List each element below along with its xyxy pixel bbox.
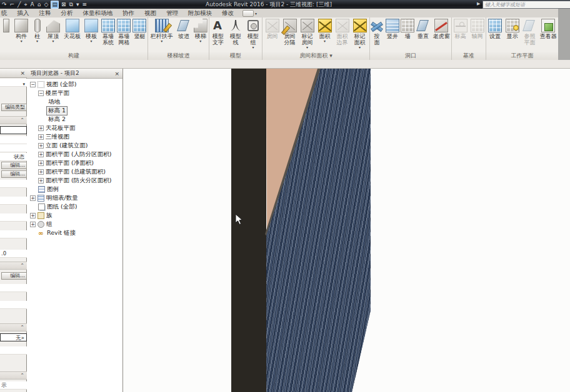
tree-item-level-2[interactable]: 标高 2 — [27, 115, 122, 124]
tab-view[interactable]: 视图 — [139, 9, 161, 17]
expand-toggle[interactable]: + — [38, 178, 44, 184]
edit-button-1[interactable]: 编辑... — [1, 162, 27, 169]
tree-item-elevations[interactable]: + 立面 (建筑立面) — [27, 141, 122, 150]
palette-row[interactable] — [0, 144, 27, 152]
default-3d-view-icon[interactable]: ⌂ — [37, 1, 42, 8]
palette-row[interactable] — [0, 136, 27, 144]
curtain-grid-button[interactable]: 幕墙 网格 — [117, 19, 131, 46]
palette-row[interactable] — [0, 230, 27, 238]
palette-row[interactable] — [0, 180, 27, 188]
tree-item-floor-plans[interactable]: − 楼层平面 — [27, 89, 122, 97]
tab-insert[interactable]: 插入 — [12, 9, 34, 17]
tag-icon[interactable]: ⌖ — [24, 1, 28, 8]
expand-toggle[interactable]: + — [38, 125, 44, 131]
dormer-opening-button[interactable]: 老虎窗 — [432, 19, 451, 39]
tree-item-revit-links[interactable]: ∞ Revit 链接 — [27, 228, 122, 237]
floor-button[interactable]: 楼板▾ — [83, 19, 100, 43]
qat-caret-icon[interactable]: ▾ — [76, 1, 80, 8]
tree-item-area-plan-renfang[interactable]: + 面积平面 (人防分区面积) — [27, 150, 122, 159]
tab-annotate[interactable]: 注释 — [34, 9, 56, 17]
tree-item-area-plan-fire[interactable]: + 面积平面 (防火分区面积) — [27, 176, 122, 185]
collapse-toggle[interactable]: − — [30, 82, 36, 87]
expand-toggle[interactable]: + — [30, 222, 36, 227]
redo-icon[interactable]: ↷ — [1, 1, 8, 8]
type-selector[interactable]: ▾ — [0, 79, 27, 87]
project-browser-title[interactable]: 项目浏览器 - 项目2 × — [27, 69, 122, 79]
tab-modify[interactable]: 修改 — [217, 9, 239, 17]
edit-button-3[interactable]: 编辑... — [1, 272, 27, 280]
opening-by-face-button[interactable]: 按 面 — [371, 19, 383, 46]
tree-item-families[interactable]: + 族 — [27, 211, 122, 220]
set-workplane-button[interactable]: 设置 — [487, 19, 503, 39]
expand-toggle[interactable]: + — [38, 143, 44, 149]
tree-item-area-plan-gross[interactable]: + 面积平面 (总建筑面积) — [27, 167, 122, 176]
tree-item-ceiling-plans[interactable]: + 天花板平面 — [27, 124, 122, 132]
tab-massing-site[interactable]: 体量和场地 — [78, 9, 118, 17]
help-search-input[interactable]: 键入关键字或短语 — [482, 1, 570, 9]
tab-system[interactable]: 统 — [0, 9, 12, 17]
switch-windows-icon[interactable]: ⧉ — [68, 1, 73, 8]
collapse-toggle[interactable]: − — [38, 91, 44, 96]
project-browser-close-icon[interactable]: × — [114, 69, 119, 79]
area-button[interactable]: 面积▾ — [317, 19, 333, 43]
expand-toggle[interactable]: + — [30, 195, 36, 201]
edit-type-button[interactable]: 编辑类型 — [1, 104, 27, 111]
tree-item-3d-views[interactable]: + 三维视图 — [27, 132, 122, 141]
palette-section-header[interactable]: ⌃ — [0, 262, 27, 270]
qat-customize-icon[interactable]: ≡ — [81, 1, 88, 8]
tree-item-schedules[interactable]: + 明细表/数量 — [27, 194, 122, 202]
show-workplane-button[interactable]: 显示 — [504, 19, 521, 39]
vertical-opening-button[interactable]: 垂直 — [415, 19, 431, 39]
wall-side-face[interactable] — [231, 69, 266, 392]
palette-row[interactable] — [0, 213, 27, 222]
palette-row[interactable] — [0, 197, 27, 205]
model-group-button[interactable]: 模型 组▾ — [245, 19, 261, 49]
close-hidden-windows-icon[interactable]: ⊠ — [61, 1, 67, 8]
properties-close-icon[interactable]: × — [20, 70, 25, 76]
panel-label-datum[interactable]: 基准 — [452, 52, 486, 60]
collapse-icon[interactable]: ⌃ — [20, 117, 24, 124]
ribbon-minimize-button[interactable] — [242, 10, 254, 17]
section-icon[interactable]: ◇ — [43, 1, 49, 8]
wall-textured-face[interactable] — [123, 69, 570, 392]
panel-label-model[interactable]: 模型 — [209, 52, 262, 60]
room-separator-button[interactable]: 房间 分隔 — [282, 19, 298, 46]
palette-row[interactable] — [0, 346, 27, 355]
expand-toggle[interactable]: + — [38, 160, 44, 166]
expand-toggle[interactable]: + — [38, 134, 44, 140]
search-arrow-icon[interactable]: ▶ — [477, 1, 480, 6]
panel-label-circulation[interactable]: 楼梯坡道 — [148, 52, 209, 60]
collapse-icon[interactable]: ⌃ — [20, 262, 24, 270]
panel-label-build[interactable]: 构建 — [0, 52, 148, 60]
expand-toggle[interactable]: + — [38, 152, 44, 157]
component-button[interactable]: 构件▾ — [13, 19, 30, 43]
tree-item-groups[interactable]: + 组 — [27, 220, 122, 228]
tab-collaborate[interactable]: 协作 — [118, 9, 139, 17]
tag-room-button[interactable]: 标记 房间▾ — [299, 19, 316, 49]
expand-toggle[interactable]: + — [38, 169, 44, 175]
measure-icon[interactable]: ╱ — [17, 1, 21, 8]
none-value-field[interactable]: 无» — [0, 333, 27, 341]
palette-row[interactable] — [0, 301, 27, 309]
tree-item-legends[interactable]: 图例 — [27, 185, 122, 194]
tag-area-button[interactable]: 标记 面积▾ — [352, 19, 368, 49]
text-icon[interactable]: A — [30, 1, 35, 8]
palette-row[interactable] — [0, 284, 27, 292]
stair-button[interactable]: 楼梯▾ — [192, 19, 208, 43]
thin-lines-icon[interactable]: ▤ — [51, 1, 59, 9]
edit-button-2[interactable]: 编辑... — [1, 170, 27, 178]
model-line-button[interactable]: 模型 线 — [228, 19, 244, 46]
palette-value-field[interactable] — [0, 126, 27, 134]
tab-manage[interactable]: 管理 — [161, 9, 183, 17]
clipped-button[interactable] — [1, 19, 12, 33]
drawing-area[interactable] — [123, 69, 570, 392]
railing-button[interactable]: 栏杆扶手▾ — [149, 19, 175, 43]
expand-toggle[interactable]: + — [30, 213, 36, 218]
panel-label-workplane[interactable]: 工作平面 — [486, 52, 558, 60]
tab-analyze[interactable]: 分析 — [56, 9, 78, 17]
tab-addins[interactable]: 附加模块 — [183, 9, 217, 17]
type-selector-caret-icon[interactable]: ▾ — [22, 81, 25, 88]
tree-item-views[interactable]: − 视图 (全部) — [27, 80, 122, 89]
palette-section-header[interactable]: ⌃ — [0, 323, 27, 331]
ribbon-minimize-caret-icon[interactable]: ▾ — [255, 11, 257, 16]
